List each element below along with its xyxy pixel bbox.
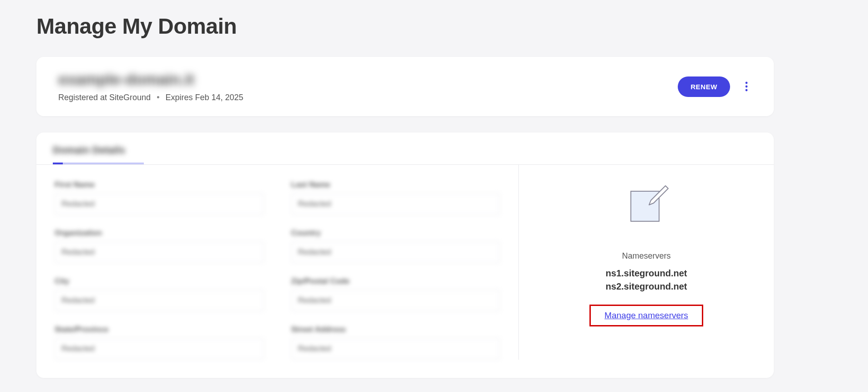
field-label: Organization: [55, 229, 264, 238]
edit-document-icon: [624, 183, 669, 229]
tab-indicator: [53, 163, 144, 164]
contact-form: First Name Last Name Organization Countr…: [36, 165, 519, 360]
state-field[interactable]: [55, 338, 264, 360]
organization-field[interactable]: [55, 241, 264, 263]
domain-expires: Expires Feb 14, 2025: [165, 93, 243, 102]
domain-meta: Registered at SiteGround • Expires Feb 1…: [58, 93, 244, 102]
domain-name: example-domain.it: [58, 71, 244, 88]
country-field[interactable]: [291, 241, 501, 263]
svg-point-0: [746, 82, 748, 84]
nameserver-2: ns2.siteground.net: [606, 281, 687, 292]
svg-point-2: [746, 89, 748, 92]
more-vertical-icon: [745, 81, 748, 92]
more-menu-button[interactable]: [741, 77, 752, 96]
nameservers-panel: Nameservers ns1.siteground.net ns2.siteg…: [519, 165, 774, 360]
zip-field[interactable]: [291, 290, 501, 311]
field-label: First Name: [55, 180, 264, 189]
field-label: Country: [291, 229, 501, 238]
domain-actions: RENEW: [678, 76, 752, 97]
manage-nameservers-link[interactable]: Manage nameservers: [604, 311, 688, 320]
domain-registrar: Registered at SiteGround: [58, 93, 151, 102]
tab-active[interactable]: Domain Details: [53, 144, 125, 161]
last-name-field[interactable]: [291, 193, 501, 215]
city-field[interactable]: [55, 290, 264, 311]
street-field[interactable]: [291, 338, 501, 360]
renew-button[interactable]: RENEW: [678, 76, 730, 97]
svg-point-1: [746, 86, 748, 88]
nameservers-title: Nameservers: [622, 251, 670, 261]
highlight-annotation: Manage nameservers: [589, 305, 703, 326]
domain-card: example-domain.it Registered at SiteGrou…: [36, 57, 774, 116]
separator-dot: •: [157, 93, 159, 102]
first-name-field[interactable]: [55, 193, 264, 215]
field-label: Zip/Postal Code: [291, 277, 501, 286]
domain-info: example-domain.it Registered at SiteGrou…: [58, 71, 244, 102]
field-label: Street Address: [291, 325, 501, 334]
field-label: Last Name: [291, 180, 501, 189]
tab-strip: Domain Details: [36, 144, 774, 164]
field-label: State/Province: [55, 325, 264, 334]
page-title: Manage My Domain: [36, 14, 774, 39]
details-card: Domain Details First Name Last Name Orga…: [36, 132, 774, 378]
field-label: City: [55, 277, 264, 286]
nameserver-1: ns1.siteground.net: [606, 268, 687, 279]
